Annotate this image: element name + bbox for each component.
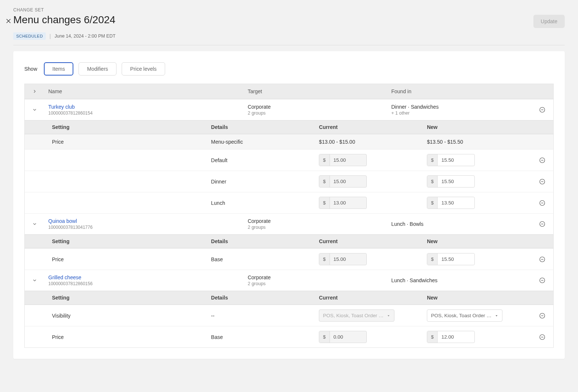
current-price-input: $ 15.00 — [319, 154, 367, 166]
subcol-setting: Setting — [45, 235, 208, 248]
item-id: 100000037812860154 — [48, 111, 240, 116]
item-found-in: Dinner · Sandwiches — [391, 104, 527, 110]
currency-label: $ — [427, 331, 438, 343]
row-setting: Visibility — [45, 308, 208, 323]
item-name-link[interactable]: Quinoa bowl — [48, 218, 240, 224]
page-title: Menu changes 6/2024 — [13, 14, 565, 26]
chevron-down-icon[interactable] — [32, 278, 37, 283]
item-name-link[interactable]: Grilled cheese — [48, 274, 240, 280]
close-icon[interactable] — [5, 18, 12, 24]
remove-icon[interactable] — [539, 256, 546, 263]
currency-label: $ — [319, 154, 330, 166]
new-price-input[interactable]: $ 15.50 — [427, 154, 475, 166]
currency-label: $ — [319, 197, 330, 209]
subcol-new: New — [423, 235, 531, 248]
sub-header: Setting Details Current New — [25, 234, 553, 248]
currency-label: $ — [427, 176, 438, 187]
new-visibility-select[interactable]: POS, Kiosk, Toast Order an… — [427, 309, 502, 322]
new-price-input[interactable]: $ 13.50 — [427, 197, 475, 209]
row-details: Dinner — [208, 174, 316, 189]
subcol-details: Details — [208, 235, 316, 248]
chevron-down-icon — [387, 314, 390, 318]
subcol-new: New — [423, 120, 531, 134]
current-price-input: $ 15.00 — [319, 253, 367, 265]
summary-new: $13.50 - $15.50 — [423, 134, 531, 149]
subcol-current: Current — [315, 120, 423, 134]
new-visibility-value: POS, Kiosk, Toast Order an… — [431, 313, 494, 318]
chevron-down-icon[interactable] — [32, 221, 37, 227]
remove-icon[interactable] — [539, 178, 546, 185]
chevron-down-icon[interactable] — [32, 107, 37, 112]
show-label: Show — [24, 66, 37, 72]
summary-setting: Price — [45, 134, 208, 149]
remove-icon[interactable] — [539, 312, 546, 319]
table-header: Name Target Found in — [25, 84, 553, 99]
current-visibility-value: POS, Kiosk, Toast Order an… — [323, 313, 386, 318]
new-price-value: 12.00 — [438, 331, 457, 343]
currency-label: $ — [427, 253, 438, 265]
item-found-in: Lunch · Sandwiches — [391, 277, 527, 283]
new-price-input[interactable]: $ 15.50 — [427, 175, 475, 188]
price-row: Dinner $ 15.00 $ 15.50 — [25, 171, 553, 192]
row-setting: Price — [45, 330, 208, 344]
currency-label: $ — [427, 154, 438, 166]
item-name-link[interactable]: Turkey club — [48, 104, 240, 110]
current-price-value: 15.00 — [330, 154, 350, 166]
tab-items[interactable]: Items — [44, 62, 73, 76]
row-details: Default — [208, 153, 316, 168]
new-price-input[interactable]: $ 15.50 — [427, 253, 475, 265]
subcol-details: Details — [208, 291, 316, 304]
current-visibility-select: POS, Kiosk, Toast Order an… — [319, 309, 394, 322]
subcol-new: New — [423, 291, 531, 304]
price-row: Price Base $ 15.00 $ 15.50 — [25, 248, 553, 270]
remove-icon[interactable] — [539, 106, 546, 113]
status-badge: SCHEDULED — [13, 32, 46, 40]
currency-label: $ — [319, 253, 330, 265]
sub-header: Setting Details Current New — [25, 291, 553, 305]
remove-icon[interactable] — [539, 334, 546, 340]
remove-icon[interactable] — [539, 221, 546, 227]
row-details: Base — [208, 330, 316, 344]
update-button[interactable]: Update — [533, 15, 565, 28]
current-price-value: 15.00 — [330, 253, 350, 265]
subcol-details: Details — [208, 120, 316, 134]
item-target-sub: 2 groups — [248, 111, 384, 116]
new-price-input[interactable]: $ 12.00 — [427, 331, 475, 343]
remove-icon[interactable] — [539, 277, 546, 284]
item-target-sub: 2 groups — [248, 225, 384, 230]
new-price-value: 15.50 — [438, 176, 457, 187]
chevron-right-icon[interactable] — [32, 89, 37, 94]
item-id: 100000037812860156 — [48, 281, 240, 286]
price-row: Lunch $ 13.00 $ 13.50 — [25, 192, 553, 213]
tab-price-levels[interactable]: Price levels — [122, 62, 165, 76]
summary-row: Price Menu-specific $13.00 - $15.00 $13.… — [25, 134, 553, 149]
kicker: CHANGE SET — [13, 7, 565, 13]
item-target: Corporate — [248, 218, 384, 224]
remove-icon[interactable] — [539, 200, 546, 206]
currency-label: $ — [319, 331, 330, 343]
current-price-value: 0.00 — [330, 331, 347, 343]
subcol-setting: Setting — [45, 120, 208, 134]
item-target-sub: 2 groups — [248, 281, 384, 286]
new-price-value: 13.50 — [438, 197, 457, 209]
row-details: Lunch — [208, 196, 316, 210]
table-row: Grilled cheese 100000037812860156 Corpor… — [25, 270, 553, 291]
summary-current: $13.00 - $15.00 — [315, 134, 423, 149]
divider — [13, 45, 565, 45]
svg-marker-16 — [388, 315, 390, 316]
svg-marker-17 — [496, 315, 498, 316]
subcol-setting: Setting — [45, 291, 208, 304]
currency-label: $ — [427, 197, 438, 209]
item-id: 100000037813041776 — [48, 225, 240, 230]
new-price-value: 15.50 — [438, 154, 457, 166]
new-price-value: 15.50 — [438, 253, 457, 265]
col-target: Target — [244, 84, 388, 99]
item-found-in: Lunch · Bowls — [391, 221, 527, 227]
item-found-sub: + 1 other — [391, 111, 527, 116]
current-price-value: 13.00 — [330, 197, 350, 209]
remove-icon[interactable] — [539, 157, 546, 164]
current-price-input: $ 0.00 — [319, 331, 367, 343]
price-row: Price Base $ 0.00 $ 12.00 — [25, 326, 553, 347]
tab-modifiers[interactable]: Modifiers — [79, 62, 116, 76]
chevron-down-icon — [495, 314, 498, 318]
